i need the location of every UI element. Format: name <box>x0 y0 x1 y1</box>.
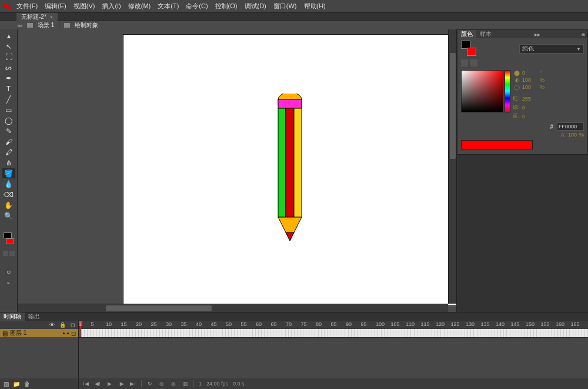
menu-修改[interactable]: 修改(M) <box>125 1 155 12</box>
menu-调试[interactable]: 调试(D) <box>241 1 270 12</box>
pen-tool[interactable]: ✒ <box>2 73 15 83</box>
new-folder-button[interactable]: 📁 <box>13 380 20 387</box>
bone-tool[interactable]: ⋔ <box>2 158 15 168</box>
document-tab[interactable]: 无标题-2* × <box>16 13 58 21</box>
saturation-value-picker[interactable] <box>461 70 503 112</box>
outline-header-icon[interactable]: ◻ <box>71 322 75 328</box>
step-fwd-button[interactable]: I▶ <box>118 380 125 387</box>
default-colors-icon[interactable] <box>9 251 15 256</box>
svg-rect-3 <box>294 108 302 217</box>
canvas[interactable] <box>123 35 456 305</box>
no-color-icon[interactable] <box>461 59 468 67</box>
hue-slider[interactable] <box>505 70 510 112</box>
scene-bar: ⇦ 场景 1 绘制对象 <box>0 21 588 29</box>
ruler-mark: 35 <box>181 321 186 327</box>
svg-rect-0 <box>278 99 302 108</box>
zoom-tool[interactable]: 🔍 <box>2 211 15 221</box>
horizontal-scrollbar[interactable] <box>18 304 448 312</box>
stroke-fill-swatches[interactable] <box>2 232 15 249</box>
loop-button[interactable]: ↻ <box>146 380 153 387</box>
fill-swatch[interactable] <box>467 48 476 56</box>
workspace: ▴↖⛶ᔕ✒T╱▭◯✎🖌🖍⋔🪣💧⌫✋🔍 ○ ▫ <box>0 29 588 312</box>
menu-帮助[interactable]: 帮助(H) <box>300 1 329 12</box>
ruler-mark: 1 <box>79 321 82 327</box>
menu-视图[interactable]: 视图(V) <box>70 1 99 12</box>
option-snap-icon[interactable]: ○ <box>2 267 15 277</box>
ruler-mark: 140 <box>496 321 505 327</box>
back-icon[interactable]: ⇦ <box>18 22 22 29</box>
pencil-drawing[interactable] <box>275 94 305 244</box>
lock-header-icon[interactable]: 🔒 <box>59 322 66 328</box>
tab-timeline[interactable]: 时间轴 <box>0 312 25 321</box>
ruler-mark: 115 <box>420 321 429 327</box>
text-tool[interactable]: T <box>2 84 15 94</box>
ruler-mark: 30 <box>166 321 172 327</box>
fill-type-dropdown[interactable]: 纯色 ▼ <box>519 44 584 54</box>
goto-last-button[interactable]: ▶I <box>129 380 136 387</box>
color-stroke-fill-swatches[interactable] <box>461 41 477 57</box>
brush-tool[interactable]: 🖌 <box>2 137 15 147</box>
tab-color[interactable]: 颜色 <box>457 30 476 38</box>
alpha-value: 100 <box>568 132 577 138</box>
edit-object-label[interactable]: 绘制对象 <box>75 21 98 29</box>
onion-outline-button[interactable]: ◎ <box>170 380 177 387</box>
ruler-mark: 145 <box>510 321 519 327</box>
alpha-label: A: <box>560 132 566 138</box>
ruler-mark: 125 <box>450 321 459 327</box>
swap-colors-icon[interactable] <box>3 251 8 256</box>
step-back-button[interactable]: ◀I <box>94 380 101 387</box>
stroke-color-swatch[interactable] <box>4 232 12 238</box>
new-layer-button[interactable]: ▥ <box>2 380 9 387</box>
scene-label[interactable]: 场景 1 <box>38 21 54 29</box>
fill-color-swatch[interactable] <box>6 238 14 244</box>
menu-文本[interactable]: 文本(T) <box>154 1 182 12</box>
frame-cell[interactable] <box>585 329 588 337</box>
layers-column: 👁 🔒 ◻ ▤ 图层 1 ◻ ▥ 📁 🗑 <box>0 321 79 389</box>
eraser-tool[interactable]: ⌫ <box>2 189 15 200</box>
swap-mini-icon[interactable] <box>470 59 477 67</box>
eyedropper-tool[interactable]: 💧 <box>2 179 15 189</box>
menu-命令[interactable]: 命令(C) <box>182 1 211 12</box>
menu-控制[interactable]: 控制(O) <box>212 1 241 12</box>
vertical-scrollbar[interactable] <box>448 29 456 304</box>
menu-窗口[interactable]: 窗口(W) <box>270 1 300 12</box>
layer-row[interactable]: ▤ 图层 1 ◻ <box>0 329 78 337</box>
hand-tool[interactable]: ✋ <box>2 200 15 210</box>
pencil-tool[interactable]: ✎ <box>2 126 15 136</box>
panel-menu-icon[interactable]: ≡ <box>579 30 587 38</box>
tab-swatches[interactable]: 样本 <box>476 30 495 38</box>
toolbox: ▴↖⛶ᔕ✒T╱▭◯✎🖌🖍⋔🪣💧⌫✋🔍 ○ ▫ <box>0 29 18 312</box>
menu-文件[interactable]: 文件(F) <box>13 1 41 12</box>
ruler-mark: 160 <box>556 321 564 327</box>
tab-output[interactable]: 输出 <box>25 312 44 321</box>
rectangle-tool[interactable]: ▭ <box>2 105 15 115</box>
frame-track[interactable] <box>79 329 588 337</box>
play-button[interactable]: ▶ <box>106 380 113 387</box>
frame-ruler[interactable]: 1510152025303540455055606570758085909510… <box>79 321 588 329</box>
frame-cell[interactable] <box>79 329 82 337</box>
goto-first-button[interactable]: I◀ <box>82 380 89 387</box>
visibility-header-icon[interactable]: 👁 <box>49 322 55 328</box>
onion-skin-button[interactable]: ◎ <box>158 380 165 387</box>
ruler-mark: 105 <box>390 321 399 327</box>
menu-编辑[interactable]: 编辑(E) <box>41 1 70 12</box>
selection-tool[interactable]: ▴ <box>2 31 15 41</box>
paint-bucket-tool[interactable]: 🪣 <box>2 168 15 178</box>
menu-bar: FL 文件(F)编辑(E)视图(V)插入(I)修改(M)文本(T)命令(C)控制… <box>0 0 588 13</box>
subselection-tool[interactable]: ↖ <box>2 41 15 51</box>
deco-tool[interactable]: 🖍 <box>2 147 15 157</box>
hex-input[interactable] <box>557 122 584 131</box>
menu-插入[interactable]: 插入(I) <box>98 1 124 12</box>
lasso-tool[interactable]: ᔕ <box>2 62 15 72</box>
option-gap-icon[interactable]: ▫ <box>2 277 15 287</box>
stage-area <box>18 29 456 312</box>
free-transform-tool[interactable]: ⛶ <box>2 52 15 62</box>
close-tab-icon[interactable]: × <box>50 14 53 20</box>
edit-multiple-button[interactable]: ▥ <box>182 380 189 387</box>
line-tool[interactable]: ╱ <box>2 94 15 104</box>
fps-readout: 24.00 fps <box>206 381 228 387</box>
ruler-mark: 135 <box>480 321 489 327</box>
oval-tool[interactable]: ◯ <box>2 115 15 125</box>
panel-collapse-icon[interactable]: ▸▸ <box>532 30 543 38</box>
delete-layer-button[interactable]: 🗑 <box>24 380 31 387</box>
